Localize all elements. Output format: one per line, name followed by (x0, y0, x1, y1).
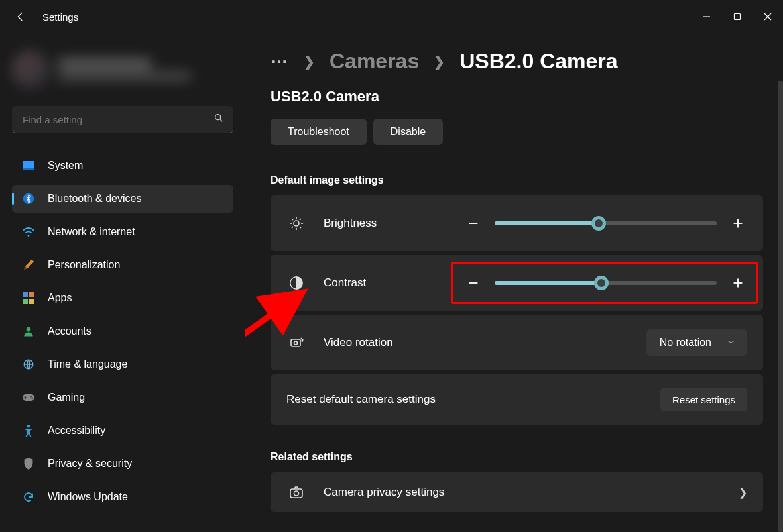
brightness-card: Brightness (271, 195, 763, 251)
contrast-increase[interactable] (729, 274, 747, 292)
video-rotation-label: Video rotation (324, 336, 393, 349)
sidebar-item-apps[interactable]: Apps (12, 284, 233, 312)
person-icon (21, 324, 36, 339)
svg-point-29 (294, 341, 298, 345)
maximize-button[interactable] (722, 6, 753, 27)
sidebar-item-privacy-security[interactable]: Privacy & security (12, 450, 233, 478)
troubleshoot-button[interactable]: Troubleshoot (271, 119, 367, 145)
sidebar-item-network[interactable]: Network & internet (12, 218, 233, 246)
display-icon (21, 158, 36, 173)
svg-rect-10 (23, 292, 28, 297)
title-bar: Settings (0, 0, 783, 33)
sidebar-item-time-language[interactable]: Time & language (12, 350, 233, 378)
svg-rect-13 (29, 299, 34, 304)
search-icon (213, 113, 224, 126)
svg-rect-12 (23, 299, 28, 304)
sidebar: System Bluetooth & devices Network & int… (0, 33, 245, 532)
user-profile[interactable] (12, 33, 233, 106)
svg-rect-11 (29, 292, 34, 297)
breadcrumb-current: USB2.0 Camera (459, 49, 617, 74)
search-box[interactable] (12, 106, 233, 133)
sidebar-item-label: Gaming (48, 392, 85, 403)
sidebar-item-system[interactable]: System (12, 152, 233, 180)
svg-point-9 (28, 235, 30, 237)
brightness-label: Brightness (324, 217, 443, 230)
svg-rect-1 (735, 14, 741, 20)
update-icon (21, 490, 36, 504)
brightness-icon (286, 215, 306, 231)
breadcrumb-more[interactable]: … (271, 47, 289, 68)
sidebar-item-bluetooth-devices[interactable]: Bluetooth & devices (12, 185, 233, 213)
contrast-card: Contrast (271, 255, 763, 311)
svg-point-18 (32, 398, 34, 399)
brightness-decrease[interactable] (464, 214, 483, 233)
rotate-icon (286, 335, 306, 350)
svg-rect-7 (23, 168, 34, 170)
camera-icon (286, 485, 306, 500)
sidebar-item-label: Accessibility (48, 425, 105, 437)
reset-settings-button[interactable]: Reset settings (660, 388, 747, 411)
sidebar-item-windows-update[interactable]: Windows Update (12, 483, 233, 511)
sidebar-item-accounts[interactable]: Accounts (12, 317, 233, 345)
svg-point-17 (30, 396, 32, 398)
contrast-decrease[interactable] (464, 274, 483, 292)
chevron-right-icon: ❯ (434, 54, 445, 70)
shield-icon (21, 456, 36, 471)
sidebar-item-label: Apps (48, 292, 72, 304)
breadcrumb: … ❯ Cameras ❯ USB2.0 Camera (271, 49, 763, 74)
sidebar-item-personalization[interactable]: Personalization (12, 251, 233, 279)
svg-point-20 (294, 221, 299, 226)
search-input[interactable] (21, 113, 213, 126)
svg-point-31 (294, 491, 299, 496)
sidebar-item-label: Accounts (48, 325, 91, 337)
main-content: … ❯ Cameras ❯ USB2.0 Camera USB2.0 Camer… (245, 33, 783, 532)
globe-clock-icon (21, 357, 36, 372)
svg-point-4 (215, 115, 221, 120)
dropdown-value: No rotation (660, 337, 711, 348)
sidebar-item-accessibility[interactable]: Accessibility (12, 417, 233, 445)
section-related: Related settings (271, 451, 763, 463)
gamepad-icon (21, 390, 36, 405)
bluetooth-icon (21, 191, 36, 206)
contrast-icon (286, 276, 306, 290)
page-title: USB2.0 Camera (271, 88, 763, 105)
svg-rect-30 (290, 489, 302, 498)
contrast-label: Contrast (324, 276, 443, 290)
sidebar-item-label: Network & internet (48, 226, 135, 238)
apps-icon (21, 291, 36, 305)
back-button[interactable] (12, 11, 29, 23)
scrollbar[interactable] (778, 81, 783, 532)
paint-icon (21, 258, 36, 272)
brightness-slider[interactable] (495, 221, 717, 225)
breadcrumb-parent[interactable]: Cameras (330, 49, 419, 74)
sidebar-item-label: Windows Update (48, 491, 128, 503)
contrast-slider[interactable] (495, 281, 717, 285)
svg-point-14 (27, 327, 31, 332)
avatar (12, 51, 49, 88)
accessibility-icon (21, 423, 36, 438)
sidebar-item-label: Bluetooth & devices (48, 193, 141, 205)
sidebar-item-label: Privacy & security (48, 458, 132, 470)
section-default-image: Default image settings (271, 174, 763, 186)
sidebar-item-label: Time & language (48, 358, 127, 370)
reset-settings-card: Reset default camera settings Reset sett… (271, 374, 763, 425)
brightness-increase[interactable] (729, 214, 747, 233)
sidebar-item-gaming[interactable]: Gaming (12, 384, 233, 411)
chevron-down-icon: ﹀ (727, 337, 735, 348)
sidebar-item-label: Personalization (48, 259, 120, 271)
minimize-button[interactable] (692, 6, 722, 27)
chevron-right-icon: ❯ (739, 486, 747, 499)
camera-privacy-label: Camera privacy settings (324, 486, 444, 499)
svg-rect-28 (291, 339, 300, 346)
video-rotation-card: Video rotation No rotation ﹀ (271, 315, 763, 370)
sidebar-item-label: System (48, 160, 83, 172)
svg-point-19 (27, 425, 30, 428)
camera-privacy-card[interactable]: Camera privacy settings ❯ (271, 472, 763, 512)
wifi-icon (21, 225, 36, 239)
video-rotation-dropdown[interactable]: No rotation ﹀ (646, 329, 747, 356)
chevron-right-icon: ❯ (304, 54, 315, 70)
disable-button[interactable]: Disable (373, 119, 443, 145)
close-button[interactable] (753, 6, 783, 27)
svg-rect-6 (23, 161, 34, 169)
app-title: Settings (42, 11, 78, 23)
